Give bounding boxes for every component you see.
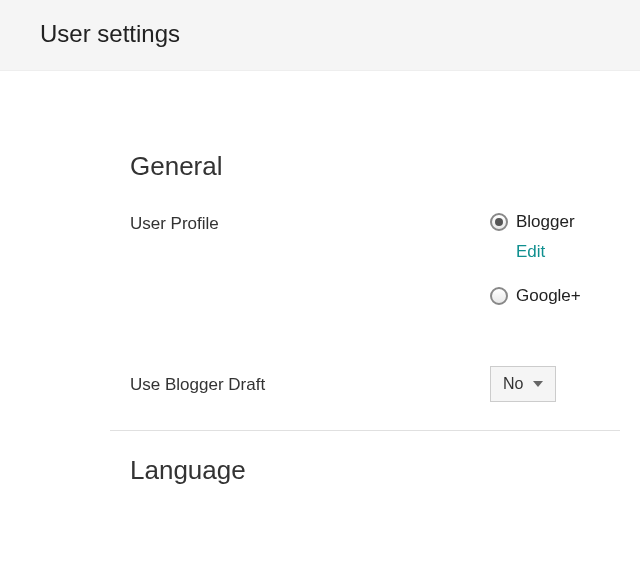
radio-label-blogger: Blogger: [516, 212, 575, 232]
chevron-down-icon: [533, 381, 543, 387]
label-user-profile: User Profile: [130, 212, 490, 234]
content-area: General User Profile Blogger Edit Google…: [0, 71, 640, 486]
radio-group-blogger: Blogger Edit Google+: [490, 212, 620, 306]
radio-icon-selected: [490, 213, 508, 231]
dropdown-use-blogger-draft[interactable]: No: [490, 366, 556, 402]
user-profile-options: Blogger Edit Google+: [490, 212, 620, 326]
use-blogger-draft-control: No: [490, 366, 620, 402]
edit-link[interactable]: Edit: [516, 242, 545, 262]
radio-icon-unselected: [490, 287, 508, 305]
row-user-profile: User Profile Blogger Edit Google+: [130, 212, 620, 326]
radio-label-googleplus: Google+: [516, 286, 581, 306]
radio-option-googleplus[interactable]: Google+: [490, 286, 620, 306]
section-general-title: General: [130, 151, 620, 182]
label-use-blogger-draft: Use Blogger Draft: [130, 373, 490, 395]
page-title: User settings: [40, 20, 600, 48]
section-divider: [110, 430, 620, 431]
page-header: User settings: [0, 0, 640, 71]
radio-option-blogger[interactable]: Blogger: [490, 212, 620, 232]
dropdown-value: No: [503, 375, 523, 393]
section-language-title: Language: [130, 455, 620, 486]
row-use-blogger-draft: Use Blogger Draft No: [130, 366, 620, 402]
